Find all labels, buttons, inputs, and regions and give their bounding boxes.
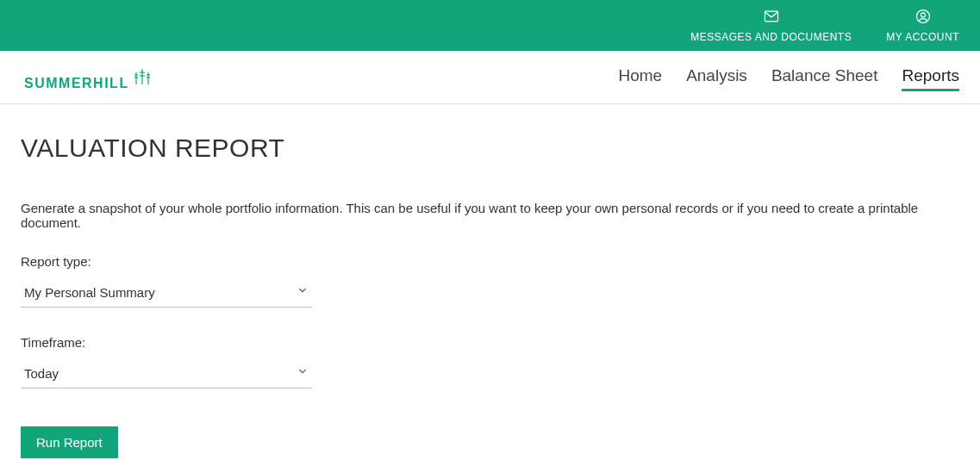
timeframe-select[interactable]: Today [21, 360, 312, 389]
timeframe-label: Timeframe: [21, 335, 959, 350]
top-bar: MESSAGES AND DOCUMENTS MY ACCOUNT [0, 0, 980, 51]
page-description: Generate a snapshot of your whole portfo… [21, 201, 959, 230]
report-type-value: My Personal Summary [24, 285, 155, 300]
nav-analysis[interactable]: Analysis [686, 66, 747, 91]
svg-rect-0 [765, 11, 777, 22]
user-circle-icon [914, 8, 932, 28]
report-type-field: Report type: My Personal Summary [21, 254, 959, 308]
chevron-down-icon [296, 365, 309, 381]
nav-home[interactable]: Home [618, 66, 662, 91]
my-account-link[interactable]: MY ACCOUNT [886, 8, 959, 43]
content: VALUATION REPORT Generate a snapshot of … [0, 104, 980, 460]
svg-point-2 [921, 13, 925, 17]
nav-reports[interactable]: Reports [902, 66, 959, 91]
main-header: SUMMERHILL Home Analysis Balance Sheet [0, 51, 980, 104]
timeframe-value: Today [24, 366, 59, 381]
messages-documents-link[interactable]: MESSAGES AND DOCUMENTS [690, 8, 852, 43]
run-report-button[interactable]: Run Report [21, 426, 118, 458]
page-title: VALUATION REPORT [21, 134, 959, 163]
main-nav: Home Analysis Balance Sheet Reports [618, 66, 959, 91]
timeframe-field: Timeframe: Today [21, 335, 959, 389]
logo-text: SUMMERHILL [24, 76, 129, 91]
nav-balance-sheet[interactable]: Balance Sheet [771, 66, 878, 91]
messages-documents-label: MESSAGES AND DOCUMENTS [690, 31, 852, 43]
report-type-label: Report type: [21, 254, 959, 269]
logo[interactable]: SUMMERHILL [24, 67, 152, 91]
envelope-icon [763, 8, 780, 28]
report-type-select[interactable]: My Personal Summary [21, 279, 312, 308]
logo-icon [133, 67, 152, 88]
chevron-down-icon [296, 284, 309, 300]
my-account-label: MY ACCOUNT [886, 31, 959, 43]
